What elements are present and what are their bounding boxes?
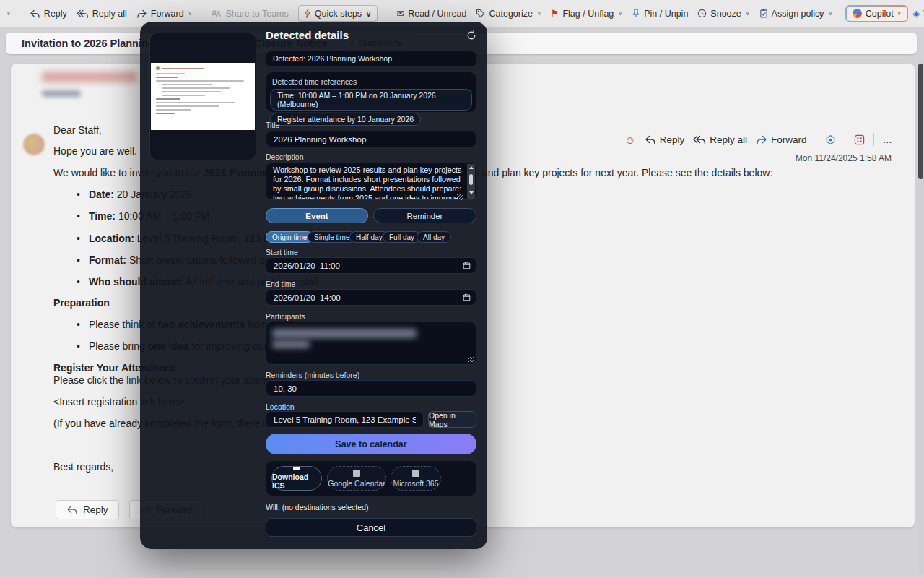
quick-steps-button[interactable]: Quick steps ∨	[298, 5, 378, 22]
envelope-icon: ✉	[396, 9, 404, 18]
flag-icon: ⚑	[551, 9, 559, 18]
sticker-note-icon[interactable]	[825, 134, 836, 145]
description-scrollbar[interactable]	[467, 164, 475, 199]
clipboard-icon	[759, 9, 768, 18]
description-textarea[interactable]: Workshop to review 2025 results and plan…	[266, 163, 476, 200]
participants-textarea[interactable]	[266, 322, 476, 365]
chevron-down-icon: ∨	[618, 10, 622, 17]
forward-button[interactable]: Forward	[756, 134, 807, 145]
divider	[873, 133, 874, 146]
end-time-input[interactable]	[266, 289, 476, 306]
avatar	[23, 134, 45, 155]
forward-button[interactable]: Forward ∨	[136, 9, 193, 19]
message-actions: ☺ Reply Reply all Forward …	[624, 133, 893, 146]
message-more-button[interactable]: …	[883, 134, 894, 145]
reply-all-label: Reply all	[710, 134, 747, 145]
email-greeting: Dear Staff,	[53, 124, 102, 136]
forward-label: Forward	[771, 134, 807, 145]
share-to-teams-button[interactable]: Share to Teams	[211, 9, 288, 19]
time-reference-chip[interactable]: Time: 10:00 AM – 1:00 PM on 20 January 2…	[270, 89, 472, 111]
reply-all-button[interactable]: Reply all	[77, 9, 127, 19]
copilot-label: Copilot	[866, 9, 894, 19]
lightning-icon	[304, 9, 311, 18]
divider	[845, 133, 845, 146]
checkbox-icon[interactable]	[412, 470, 419, 477]
pin-unpin-button[interactable]: Pin / Unpin	[632, 9, 688, 19]
apps-grid-icon[interactable]	[854, 134, 865, 145]
add-reaction-smiley-icon[interactable]: ☺	[624, 134, 635, 145]
assign-policy-label: Assign policy	[772, 9, 824, 19]
copilot-button[interactable]: Copilot ∨	[845, 5, 908, 22]
copilot-icon	[853, 9, 862, 18]
title-input[interactable]	[266, 131, 476, 147]
mode-full-day[interactable]: Full day	[383, 231, 421, 243]
reply-all-button[interactable]: Reply all	[693, 134, 747, 145]
reminders-label: Reminders (minutes before)	[266, 371, 476, 379]
forward-label: Forward	[151, 9, 184, 19]
type-toggle-event[interactable]: Event	[266, 208, 368, 223]
email-paragraph: Hope you are well.	[53, 145, 137, 157]
scroll-thumb[interactable]	[469, 174, 473, 185]
reply-icon	[645, 135, 656, 144]
reply-icon	[30, 9, 40, 18]
mode-origin-time[interactable]: Origin time	[266, 231, 313, 243]
reply-button[interactable]: Reply	[30, 9, 67, 19]
participants-label: Participants	[266, 312, 476, 321]
reply-label: Reply	[660, 134, 685, 145]
categorize-label: Categorize	[489, 9, 532, 19]
destination-google-calendar[interactable]: Google Calendar	[327, 466, 386, 491]
start-time-input[interactable]	[266, 257, 476, 274]
checkbox-icon[interactable]	[353, 470, 360, 477]
reply-all-icon	[77, 9, 89, 18]
read-unread-label: Read / Unread	[408, 9, 466, 19]
google-calendar-label: Google Calendar	[328, 479, 385, 488]
scrollbar-thumb[interactable]	[918, 64, 923, 179]
microsoft-365-label: Microsoft 365	[393, 479, 438, 488]
resize-grip[interactable]	[468, 356, 474, 362]
open-in-maps-button[interactable]: Open in Maps	[428, 411, 476, 428]
save-to-calendar-button[interactable]: Save to calendar	[266, 434, 476, 454]
read-unread-button[interactable]: ✉ Read / Unread	[396, 9, 466, 19]
location-label: Location	[266, 402, 476, 411]
email-screenshot-thumbnail	[151, 63, 255, 130]
detected-time-references-box: Detected time references Time: 10:00 AM …	[266, 72, 476, 112]
mode-all-day[interactable]: All day	[417, 231, 451, 243]
destination-download-ics[interactable]: Download ICS	[271, 466, 322, 491]
categorize-button[interactable]: Categorize ∨	[476, 9, 541, 19]
divider	[816, 133, 816, 146]
ribbon-overflow-chevron[interactable]: ∨	[818, 10, 823, 17]
calendar-icon[interactable]	[463, 293, 471, 301]
start-time-label: Start time	[266, 248, 476, 256]
flag-unflag-button[interactable]: ⚑ Flag / Unflag ∨	[551, 9, 622, 19]
type-toggle-reminder[interactable]: Reminder	[373, 208, 476, 223]
checkbox-icon[interactable]	[293, 467, 300, 470]
chevron-down-icon: ∨	[897, 10, 902, 17]
email-closing: Best regards,	[53, 461, 113, 473]
refresh-button[interactable]	[466, 30, 476, 40]
scroll-down-arrow[interactable]	[469, 191, 474, 194]
email-screenshot-panel	[149, 33, 256, 160]
location-input[interactable]	[266, 411, 424, 428]
collapse-ribbon-button[interactable]: ∨	[6, 10, 11, 17]
reply-label: Reply	[83, 504, 108, 515]
cancel-button[interactable]: Cancel	[266, 518, 476, 537]
reply-button[interactable]: Reply	[645, 134, 685, 145]
refresh-icon	[466, 30, 476, 40]
calendar-icon[interactable]	[463, 262, 471, 269]
scroll-up-arrow[interactable]	[469, 166, 474, 169]
modal-title: Detected details	[266, 29, 476, 41]
tag-icon	[476, 9, 485, 18]
snooze-button[interactable]: Snooze ∨	[697, 9, 749, 19]
destination-microsoft-365[interactable]: Microsoft 365	[391, 466, 441, 491]
pin-icon	[632, 9, 640, 18]
viva-insights-button[interactable]: ◈ Viva Insights	[912, 9, 924, 19]
end-time-label: End time	[266, 280, 476, 288]
detected-summary: Detected: 2026 Planning Workshop	[266, 51, 476, 66]
reply-button[interactable]: Reply	[56, 500, 119, 519]
description-label: Description	[266, 152, 476, 161]
reminders-input[interactable]	[266, 380, 476, 397]
participants-redacted	[272, 340, 310, 348]
destination-status-text: Will: (no destinations selected)	[266, 503, 368, 512]
resize-grip[interactable]	[457, 194, 463, 200]
viva-insights-icon: ◈	[912, 9, 920, 18]
